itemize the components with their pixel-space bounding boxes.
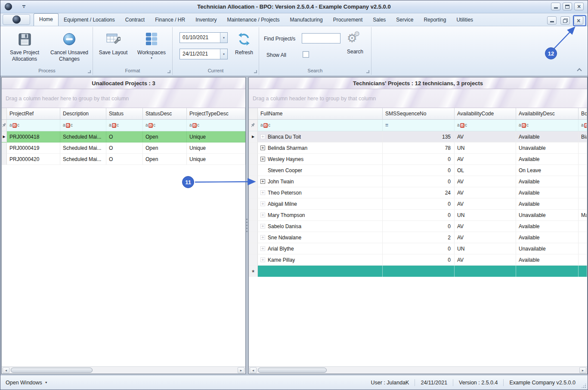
technician-row[interactable]: ▶+Bianca Du Toit135AVAvailableBia <box>249 131 587 142</box>
text-filter-icon[interactable]: aBc <box>63 123 73 128</box>
application-menu-button[interactable] <box>3 14 30 25</box>
expand-icon[interactable]: + <box>260 134 265 139</box>
technician-row[interactable]: +Theo Peterson24AVAvailable <box>249 187 587 198</box>
filter-cell-status[interactable]: aBc <box>106 120 143 131</box>
dialog-launcher-process[interactable] <box>88 70 91 73</box>
filter-cell-fullname[interactable]: aBc <box>258 120 383 131</box>
scroll-thumb[interactable] <box>11 368 93 373</box>
technicians-group-by-area[interactable]: Drag a column header here to group by th… <box>249 89 587 108</box>
technician-row[interactable]: +Kame Pillay0AVAvailable <box>249 254 587 266</box>
tab-contract[interactable]: Contract <box>120 14 150 26</box>
technician-row[interactable]: Steven Cooper0OLOn Leave <box>249 165 587 176</box>
column-header-boo[interactable]: Boo <box>579 108 587 119</box>
ribbon-minimize-button[interactable] <box>547 16 557 25</box>
close-button[interactable]: × <box>574 3 584 10</box>
dialog-launcher-format[interactable] <box>167 70 170 73</box>
text-filter-icon[interactable]: aBc <box>109 123 119 128</box>
filter-cell-availabilitydesc[interactable]: aBc <box>516 120 579 131</box>
column-header-availabilitycode[interactable]: AvailabilityCode <box>455 108 516 119</box>
column-header-statusdesc[interactable]: StatusDesc <box>143 108 187 119</box>
quick-access-dropdown-button[interactable]: ▼ <box>22 5 25 9</box>
technician-row[interactable]: +Abigail Milne0AVAvailable <box>249 198 587 210</box>
tab-finance-hr[interactable]: Finance / HR <box>150 14 190 26</box>
date-from-combo[interactable]: 01/10/2021 ▼ <box>179 32 228 43</box>
cancel-unsaved-changes-button[interactable]: Cancel Unsaved Changes <box>47 30 92 62</box>
filter-cell-projectref[interactable]: aBc <box>7 120 60 131</box>
tab-service[interactable]: Service <box>391 14 418 26</box>
dialog-launcher-current[interactable] <box>254 70 257 73</box>
numeric-filter-icon[interactable]: = <box>385 122 388 128</box>
find-projects-input[interactable] <box>302 33 340 43</box>
date-from-dropdown-button[interactable]: ▼ <box>220 33 227 43</box>
scroll-thumb[interactable] <box>258 368 327 373</box>
technician-row[interactable]: +Belinda Sharman78UNUnavailable <box>249 142 587 154</box>
minimize-button[interactable] <box>551 3 560 10</box>
dialog-launcher-search[interactable] <box>366 70 369 73</box>
technician-row[interactable]: +Arial Blythe0UNUnavailable <box>249 243 587 254</box>
text-filter-icon[interactable]: aBc <box>581 123 587 128</box>
expand-icon[interactable]: + <box>260 257 265 262</box>
open-windows-button[interactable]: Open Windows ▼ <box>6 380 48 386</box>
scroll-right-button[interactable]: ► <box>238 367 244 373</box>
project-row[interactable]: ▶PRJ0000418Scheduled Mai...OOpenUnique <box>2 131 245 142</box>
save-project-allocations-button[interactable]: Save Project Allocations <box>3 30 46 62</box>
tab-maintenance-projects[interactable]: Maintenance / Projects <box>222 14 285 26</box>
text-filter-icon[interactable]: aBc <box>519 123 529 128</box>
filter-cell-description[interactable]: aBc <box>60 120 106 131</box>
maximize-button[interactable] <box>563 3 572 10</box>
column-header-fullname[interactable]: FullName <box>258 108 383 119</box>
scroll-track[interactable] <box>257 367 579 374</box>
tab-utilities[interactable]: Utilities <box>451 14 478 26</box>
tab-equipment-locations[interactable]: Equipment / Locations <box>59 14 120 26</box>
filter-cell-smssequenceno[interactable]: = <box>383 120 455 131</box>
save-layout-button[interactable]: Save Layout <box>96 30 131 56</box>
app-icon[interactable] <box>5 3 12 10</box>
expand-icon[interactable]: + <box>260 179 265 184</box>
collapse-ribbon-button[interactable] <box>576 68 582 72</box>
filter-cell-boo[interactable]: aBc <box>579 120 587 131</box>
scroll-left-button[interactable]: ◄ <box>3 367 9 373</box>
expand-icon[interactable]: + <box>260 145 265 150</box>
filter-cell-availabilitycode[interactable]: aBc <box>455 120 516 131</box>
text-filter-icon[interactable]: aBc <box>9 123 19 128</box>
column-header-status[interactable]: Status <box>106 108 143 119</box>
workspaces-button[interactable]: Workspaces ▼ <box>133 30 170 59</box>
column-header-description[interactable]: Description <box>60 108 106 119</box>
tab-home[interactable]: Home <box>34 13 59 26</box>
tab-procurement[interactable]: Procurement <box>328 14 368 26</box>
text-filter-icon[interactable]: aBc <box>457 123 467 128</box>
date-to-dropdown-button[interactable]: ▼ <box>220 49 227 59</box>
ribbon-restore-button[interactable] <box>560 16 570 25</box>
scroll-track[interactable] <box>10 367 237 374</box>
show-all-checkbox[interactable] <box>303 51 309 58</box>
scroll-left-button[interactable]: ◄ <box>250 367 257 373</box>
expand-icon[interactable]: + <box>260 213 265 217</box>
tab-inventory[interactable]: Inventory <box>190 14 222 26</box>
filter-cell-statusdesc[interactable]: aBc <box>143 120 187 131</box>
technician-row[interactable]: +John Twain0AVAvailable <box>249 176 587 187</box>
technician-row[interactable]: +Mary Thompson0UNUnavailableMa <box>249 210 587 221</box>
expand-icon[interactable]: + <box>260 201 265 206</box>
text-filter-icon[interactable]: aBc <box>260 123 270 128</box>
column-header-projectref[interactable]: ProjectRef <box>7 108 60 119</box>
expand-icon[interactable]: + <box>260 157 265 161</box>
horizontal-scrollbar[interactable]: ◄ ► <box>2 366 245 374</box>
unallocated-group-by-area[interactable]: Drag a column header here to group by th… <box>2 89 245 108</box>
expand-icon[interactable]: + <box>260 190 265 195</box>
tab-sales[interactable]: Sales <box>368 14 391 26</box>
scroll-right-button[interactable]: ► <box>579 367 586 373</box>
expand-icon[interactable]: + <box>260 246 265 251</box>
refresh-button[interactable]: Refresh <box>231 30 257 56</box>
tab-manufacturing[interactable]: Manufacturing <box>285 14 328 26</box>
text-filter-icon[interactable]: aBc <box>189 123 199 128</box>
expand-icon[interactable]: + <box>260 224 265 229</box>
filter-cell-projecttypedesc[interactable]: aBc <box>187 120 245 131</box>
search-button[interactable]: ⚙ ⚙ Search <box>342 29 368 55</box>
date-to-combo[interactable]: 24/11/2021 ▼ <box>179 49 228 59</box>
column-header-availabilitydesc[interactable]: AvailabilityDesc <box>516 108 579 119</box>
text-filter-icon[interactable]: aBc <box>145 123 155 128</box>
technician-row[interactable]: +Sabelo Danisa0AVAvailable <box>249 221 587 232</box>
horizontal-scrollbar[interactable]: ◄ ► <box>249 366 587 374</box>
new-row[interactable]: * <box>249 266 587 277</box>
tab-reporting[interactable]: Reporting <box>418 14 451 26</box>
